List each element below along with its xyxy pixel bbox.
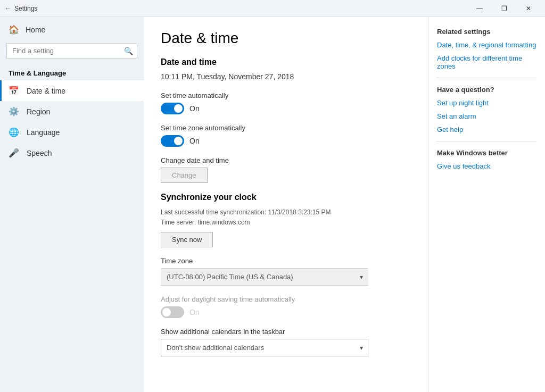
home-icon: 🏠 — [9, 24, 19, 35]
sidebar-section-label: Time & Language — [0, 64, 144, 80]
speech-icon: 🎤 — [9, 148, 19, 158]
sidebar-item-date-time[interactable]: 📅 Date & time — [0, 80, 144, 101]
main-content: Date & time Date and time 10:11 PM, Tues… — [144, 17, 428, 392]
titlebar: ← Settings — ❐ ✕ — [0, 0, 545, 17]
search-icon: 🔍 — [124, 47, 133, 55]
current-time: 10:11 PM, Tuesday, November 27, 2018 — [161, 72, 411, 81]
daylight-value: On — [189, 308, 200, 316]
region-icon: ⚙️ — [9, 106, 19, 116]
set-timezone-auto-toggle-row: On — [161, 135, 411, 147]
set-time-auto-toggle-row: On — [161, 103, 411, 114]
calendar-row: Show additional calendars in the taskbar… — [161, 328, 411, 356]
right-divider-1 — [437, 78, 536, 78]
sidebar-home[interactable]: 🏠 Home — [0, 19, 144, 40]
window-controls: — ❐ ✕ — [467, 0, 541, 17]
related-link-feedback[interactable]: Give us feedback — [437, 162, 536, 170]
maximize-button[interactable]: ❐ — [492, 0, 516, 17]
sidebar: 🏠 Home 🔍 Time & Language 📅 Date & time ⚙… — [0, 17, 144, 392]
calendar-dropdown[interactable]: Don't show additional calendars — [161, 339, 368, 356]
change-button[interactable]: Change — [161, 168, 208, 183]
sidebar-item-label: Speech — [27, 149, 52, 157]
home-label: Home — [26, 26, 45, 34]
sync-info: Last successful time synchronization: 11… — [161, 207, 411, 228]
search-input[interactable] — [6, 43, 137, 59]
sidebar-search-container: 🔍 — [6, 43, 137, 59]
timezone-dropdown-container: (UTC-08:00) Pacific Time (US & Canada) ▾ — [161, 268, 368, 286]
sidebar-item-region[interactable]: ⚙️ Region — [0, 101, 144, 122]
right-divider-2 — [437, 141, 536, 141]
sidebar-item-label: Language — [27, 128, 60, 137]
titlebar-title: Settings — [14, 5, 467, 12]
page-title: Date & time — [161, 30, 411, 47]
sidebar-item-label: Date & time — [27, 87, 65, 95]
right-panel: Related settings Date, time, & regional … — [428, 17, 545, 392]
sync-row: Synchronize your clock Last successful t… — [161, 193, 411, 247]
app-body: 🏠 Home 🔍 Time & Language 📅 Date & time ⚙… — [0, 17, 545, 392]
set-timezone-auto-value: On — [189, 137, 200, 145]
set-time-auto-label: Set time automatically — [161, 91, 411, 99]
sync-title: Synchronize your clock — [161, 193, 411, 202]
timezone-dropdown[interactable]: (UTC-08:00) Pacific Time (US & Canada) — [161, 268, 368, 286]
set-timezone-auto-toggle[interactable] — [161, 135, 184, 147]
sync-info-line1: Last successful time synchronization: 11… — [161, 208, 331, 216]
sync-now-button[interactable]: Sync now — [161, 232, 213, 247]
set-timezone-auto-label: Set time zone automatically — [161, 124, 411, 132]
sidebar-item-speech[interactable]: 🎤 Speech — [0, 143, 144, 163]
related-link-clocks[interactable]: Add clocks for different time zones — [437, 54, 536, 70]
timezone-label: Time zone — [161, 257, 411, 265]
sidebar-item-label: Region — [27, 107, 50, 116]
related-link-night-light[interactable]: Set up night light — [437, 99, 536, 107]
related-link-formatting[interactable]: Date, time, & regional formatting — [437, 41, 536, 49]
set-time-auto-toggle[interactable] — [161, 103, 184, 114]
timezone-row: Time zone (UTC-08:00) Pacific Time (US &… — [161, 257, 411, 286]
related-link-help[interactable]: Get help — [437, 126, 536, 134]
back-button[interactable]: ← — [4, 4, 11, 12]
date-time-icon: 📅 — [9, 86, 19, 96]
calendar-dropdown-container: Don't show additional calendars ▾ — [161, 339, 368, 356]
set-time-auto-value: On — [189, 104, 200, 113]
change-date-label: Change date and time — [161, 156, 411, 164]
make-better-title: Make Windows better — [437, 149, 536, 157]
minimize-button[interactable]: — — [467, 0, 492, 17]
sidebar-item-language[interactable]: 🌐 Language — [0, 122, 144, 143]
related-link-alarm[interactable]: Set an alarm — [437, 112, 536, 120]
daylight-toggle-row: On — [161, 306, 411, 318]
language-icon: 🌐 — [9, 127, 19, 137]
change-datetime-row: Change date and time Change — [161, 156, 411, 183]
daylight-label: Adjust for daylight saving time automati… — [161, 295, 411, 303]
section-title: Date and time — [161, 57, 411, 67]
daylight-toggle[interactable] — [161, 306, 184, 318]
sync-info-line2: Time server: time.windows.com — [161, 219, 250, 226]
related-settings-title: Related settings — [437, 28, 536, 36]
calendar-label: Show additional calendars in the taskbar — [161, 328, 411, 336]
have-question-title: Have a question? — [437, 86, 536, 94]
close-button[interactable]: ✕ — [516, 0, 541, 17]
